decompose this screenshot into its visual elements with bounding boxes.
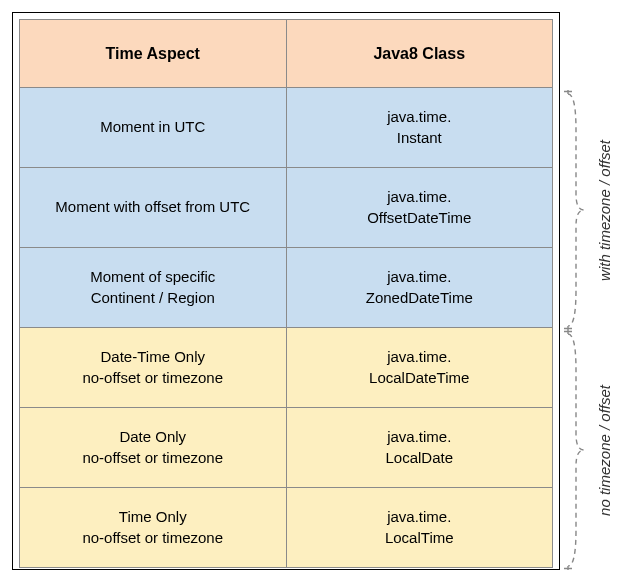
class-cell: java.time. Instant <box>286 88 553 168</box>
bracket-label-no: no timezone / offset <box>596 385 613 516</box>
aspect-cell: Moment of specific Continent / Region <box>20 248 287 328</box>
aspect-cell: Time Only no-offset or timezone <box>20 488 287 568</box>
class-name: OffsetDateTime <box>295 208 545 228</box>
class-package: java.time. <box>295 427 545 447</box>
class-cell: java.time. LocalDateTime <box>286 328 553 408</box>
aspect-line2: Continent / Region <box>28 288 278 308</box>
aspect-line1: Moment with offset from UTC <box>55 198 250 215</box>
aspect-cell: Moment with offset from UTC <box>20 168 287 248</box>
table-row: Moment with offset from UTC java.time. O… <box>20 168 553 248</box>
table-row: Moment of specific Continent / Region ja… <box>20 248 553 328</box>
table-row: Date Only no-offset or timezone java.tim… <box>20 408 553 488</box>
table-row: Time Only no-offset or timezone java.tim… <box>20 488 553 568</box>
class-package: java.time. <box>295 187 545 207</box>
class-package: java.time. <box>295 107 545 127</box>
bracket-column: with timezone / offset no timezone / off… <box>560 12 642 570</box>
aspect-line2: no-offset or timezone <box>28 368 278 388</box>
class-name: LocalDateTime <box>295 368 545 388</box>
aspect-cell: Date-Time Only no-offset or timezone <box>20 328 287 408</box>
brace-icon <box>564 330 592 570</box>
class-cell: java.time. ZonedDateTime <box>286 248 553 328</box>
class-name: Instant <box>295 128 545 148</box>
bracket-label-with: with timezone / offset <box>596 140 613 281</box>
class-cell: java.time. LocalDate <box>286 408 553 488</box>
aspect-cell: Moment in UTC <box>20 88 287 168</box>
diagram-root: Time Aspect Java8 Class Moment in UTC ja… <box>12 12 630 570</box>
class-package: java.time. <box>295 267 545 287</box>
header-java-class: Java8 Class <box>286 20 553 88</box>
bracket-no-timezone: no timezone / offset <box>564 330 642 570</box>
aspect-line2: no-offset or timezone <box>28 448 278 468</box>
brace-icon <box>564 90 592 330</box>
table-row: Date-Time Only no-offset or timezone jav… <box>20 328 553 408</box>
aspect-line1: Moment of specific <box>28 267 278 287</box>
bracket-with-timezone: with timezone / offset <box>564 90 642 330</box>
aspect-line1: Date-Time Only <box>28 347 278 367</box>
aspect-line2: no-offset or timezone <box>28 528 278 548</box>
aspect-line1: Moment in UTC <box>100 118 205 135</box>
class-name: LocalTime <box>295 528 545 548</box>
class-package: java.time. <box>295 507 545 527</box>
table-header-row: Time Aspect Java8 Class <box>20 20 553 88</box>
time-class-table: Time Aspect Java8 Class Moment in UTC ja… <box>19 19 553 568</box>
aspect-line1: Date Only <box>28 427 278 447</box>
table-row: Moment in UTC java.time. Instant <box>20 88 553 168</box>
table-container: Time Aspect Java8 Class Moment in UTC ja… <box>12 12 560 570</box>
class-package: java.time. <box>295 347 545 367</box>
class-name: ZonedDateTime <box>295 288 545 308</box>
aspect-cell: Date Only no-offset or timezone <box>20 408 287 488</box>
class-cell: java.time. LocalTime <box>286 488 553 568</box>
class-cell: java.time. OffsetDateTime <box>286 168 553 248</box>
class-name: LocalDate <box>295 448 545 468</box>
aspect-line1: Time Only <box>28 507 278 527</box>
header-time-aspect: Time Aspect <box>20 20 287 88</box>
